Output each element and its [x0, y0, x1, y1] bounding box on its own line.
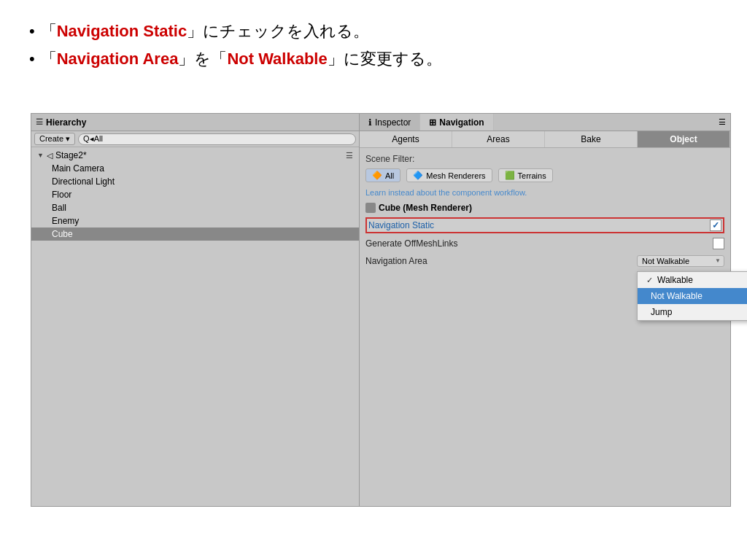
component-icon — [365, 203, 376, 213]
filter-terrains-button[interactable]: 🟩 Terrains — [498, 168, 553, 182]
learn-link[interactable]: Learn instead about the component workfl… — [365, 188, 724, 197]
walkable-checkmark: ✓ — [646, 276, 653, 285]
nav-tab-areas[interactable]: Areas — [452, 131, 545, 147]
scene-filter-label: Scene Filter: — [365, 154, 724, 164]
hierarchy-scene-item[interactable]: ▼ ◁ Stage2* ☰ — [31, 149, 359, 162]
generate-offmesh-label: Generate OffMeshLinks — [365, 238, 713, 249]
hierarchy-item-directional-light[interactable]: Directional Light — [31, 175, 359, 188]
dropdown-option-jump[interactable]: Jump — [638, 304, 747, 320]
nav-area-row: Navigation Area Not Walkable ✓ Walkable … — [365, 254, 724, 268]
item-label: Floor — [52, 190, 71, 200]
filter-terrains-label: Terrains — [518, 171, 546, 180]
dropdown-option-not-walkable[interactable]: Not Walkable — [638, 288, 747, 304]
hierarchy-content: ▼ ◁ Stage2* ☰ Main Camera Directional Li… — [31, 147, 359, 242]
filter-mesh-icon: 🔷 — [413, 171, 423, 180]
filter-mesh-renderers-button[interactable]: 🔷 Mesh Renderers — [406, 168, 492, 182]
instruction-line-1: 「Navigation Static」にチェックを入れる。 — [29, 20, 718, 42]
nav-static-row: Navigation Static — [365, 217, 724, 233]
instruction-line-2: 「Navigation Area」を「Not Walkable」に変更する。 — [29, 48, 718, 70]
expand-triangle-icon: ▼ — [37, 152, 44, 159]
item-label: Ball — [52, 203, 66, 213]
filter-mesh-label: Mesh Renderers — [426, 171, 485, 180]
nav-tab-object[interactable]: Object — [638, 131, 730, 147]
instruction-1-text: 「Navigation Static」にチェックを入れる。 — [41, 20, 369, 42]
filter-all-button[interactable]: 🔶 All — [365, 168, 400, 182]
tab-navigation[interactable]: ⊞ Navigation — [420, 114, 493, 131]
navigation-content: Scene Filter: 🔶 All 🔷 Mesh Renderers 🟩 T… — [360, 148, 730, 506]
hierarchy-toolbar: Create ▾ — [31, 131, 359, 147]
item-label: Directional Light — [52, 176, 115, 187]
hierarchy-item-enemy[interactable]: Enemy — [31, 214, 359, 228]
item-label: Enemy — [52, 216, 79, 226]
nav-area-dropdown-menu: ✓ Walkable Not Walkable Jump — [637, 271, 747, 321]
hierarchy-header: ☰ Hierarchy — [31, 114, 359, 131]
inspector-tab-label: Inspector — [375, 117, 411, 128]
unity-editor: ☰ Hierarchy Create ▾ ▼ ◁ Stage2* ☰ Main … — [31, 113, 731, 507]
generate-offmesh-row: Generate OffMeshLinks — [365, 236, 724, 251]
filter-terrains-icon: 🟩 — [505, 171, 515, 180]
nav-subtabs: Agents Areas Bake Object — [360, 131, 730, 148]
jump-label: Jump — [651, 307, 672, 317]
nav-tab-bake[interactable]: Bake — [545, 131, 638, 147]
nav-static-checkbox[interactable] — [710, 219, 721, 231]
instructions-section: 「Navigation Static」にチェックを入れる。 「Navigatio… — [0, 0, 747, 90]
tab-menu-icon[interactable]: ☰ — [719, 117, 730, 127]
tab-inspector[interactable]: ℹ Inspector — [360, 114, 420, 131]
not-walkable-label: Not Walkable — [651, 291, 703, 301]
hierarchy-icon: ☰ — [36, 117, 43, 127]
tabs-row: ℹ Inspector ⊞ Navigation ☰ — [360, 114, 730, 131]
component-title: Cube (Mesh Renderer) — [379, 203, 472, 213]
generate-offmesh-checkbox[interactable] — [713, 238, 724, 249]
navigation-tab-label: Navigation — [439, 117, 484, 128]
dropdown-option-walkable[interactable]: ✓ Walkable — [638, 272, 747, 288]
nav-area-dropdown[interactable]: Not Walkable — [637, 255, 724, 267]
inspector-icon: ℹ — [368, 117, 372, 128]
hierarchy-item-floor[interactable]: Floor — [31, 188, 359, 201]
navigation-icon: ⊞ — [429, 117, 436, 128]
scene-icon: ◁ — [47, 151, 53, 160]
instruction-2-text: 「Navigation Area」を「Not Walkable」に変更する。 — [41, 48, 442, 70]
component-header: Cube (Mesh Renderer) — [365, 203, 724, 213]
walkable-label: Walkable — [657, 275, 693, 285]
scene-name: Stage2* — [55, 150, 87, 160]
item-label: Main Camera — [52, 163, 104, 174]
nav-area-dropdown-wrapper: Not Walkable ✓ Walkable Not Walkable — [637, 255, 724, 267]
hierarchy-item-cube[interactable]: Cube — [31, 228, 359, 241]
nav-area-selected-value: Not Walkable — [642, 257, 689, 265]
hierarchy-item-ball[interactable]: Ball — [31, 201, 359, 214]
search-input[interactable] — [78, 133, 356, 145]
nav-area-label: Navigation Area — [365, 256, 637, 266]
filter-all-icon: 🔶 — [372, 171, 382, 180]
item-label: Cube — [52, 229, 73, 239]
hierarchy-panel: ☰ Hierarchy Create ▾ ▼ ◁ Stage2* ☰ Main … — [31, 114, 360, 506]
hierarchy-item-main-camera[interactable]: Main Camera — [31, 162, 359, 175]
filter-buttons: 🔶 All 🔷 Mesh Renderers 🟩 Terrains — [365, 168, 724, 182]
nav-static-label: Navigation Static — [368, 220, 710, 230]
hierarchy-title: Hierarchy — [46, 117, 86, 128]
nav-tab-agents[interactable]: Agents — [360, 131, 452, 147]
scene-menu-icon: ☰ — [346, 151, 353, 160]
inspector-panel: ℹ Inspector ⊞ Navigation ☰ Agents Areas … — [360, 114, 730, 506]
create-button[interactable]: Create ▾ — [34, 133, 75, 145]
filter-all-label: All — [385, 171, 394, 180]
